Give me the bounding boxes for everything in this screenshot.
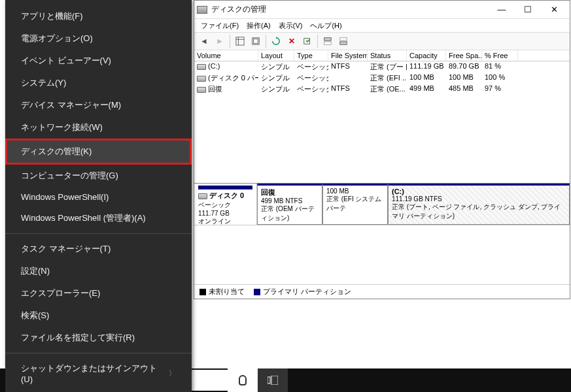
legend: 未割り当て プライマリ パーティション — [194, 284, 570, 299]
disk-management-window: ディスクの管理 — ☐ ✕ ファイル(F) 操作(A) 表示(V) ヘルプ(H)… — [194, 0, 570, 299]
winx-menu: アプリと機能(F)電源オプション(O)イベント ビューアー(V)システム(Y)デ… — [5, 0, 192, 392]
svg-rect-0 — [236, 37, 244, 45]
winx-item[interactable]: デバイス マネージャー(M) — [5, 94, 192, 116]
winx-item-label: Windows PowerShell (管理者)(A) — [21, 212, 146, 224]
winx-item[interactable]: シャットダウンまたはサインアウト(U)〉 — [5, 357, 192, 389]
winx-item[interactable]: ネットワーク接続(W) — [5, 116, 192, 139]
maximize-button[interactable]: ☐ — [515, 2, 541, 18]
col-type[interactable]: Type — [294, 50, 328, 61]
window-title: ディスクの管理 — [211, 4, 489, 15]
winx-item-label: ネットワーク接続(W) — [21, 122, 103, 133]
menubar: ファイル(F) 操作(A) 表示(V) ヘルプ(H) — [194, 19, 570, 32]
winx-item-label: イベント ビューアー(V) — [21, 55, 111, 67]
drive-icon — [197, 64, 206, 70]
winx-item[interactable]: デスクトップ(D) — [5, 389, 192, 392]
winx-item-label: 検索(S) — [21, 310, 49, 321]
winx-item[interactable]: イベント ビューアー(V) — [5, 50, 192, 72]
winx-item-label: ディスクの管理(K) — [21, 146, 92, 157]
menu-action[interactable]: 操作(A) — [244, 21, 273, 31]
toolbar-disk-bottom-icon[interactable] — [336, 34, 351, 48]
winx-item-label: 電源オプション(O) — [21, 33, 93, 44]
taskview-icon — [268, 376, 278, 385]
toolbar-settings-icon[interactable] — [300, 34, 315, 48]
volume-row[interactable]: (C:)シンプルベーシックNTFS正常 (ブート...111.19 GB89.7… — [194, 61, 570, 73]
volume-rows[interactable]: (C:)シンプルベーシックNTFS正常 (ブート...111.19 GB89.7… — [194, 61, 570, 183]
legend-unallocated: 未割り当て — [199, 287, 245, 297]
svg-rect-11 — [271, 376, 278, 385]
toolbar-disk-top-icon[interactable] — [320, 34, 335, 48]
winx-item[interactable]: Windows PowerShell(I) — [5, 187, 192, 207]
svg-rect-8 — [340, 38, 347, 41]
menu-file[interactable]: ファイル(F) — [198, 21, 241, 31]
winx-item-label: Windows PowerShell(I) — [21, 192, 109, 202]
svg-rect-6 — [324, 38, 332, 41]
partitions: 回復499 MB NTFS正常 (OEM パーティション)100 MB正常 (E… — [257, 184, 570, 225]
cortana-mic-button[interactable] — [228, 368, 258, 392]
drive-icon — [197, 87, 206, 93]
toolbar-views-icon[interactable] — [233, 34, 247, 48]
winx-item-label: シャットダウンまたはサインアウト(U) — [21, 363, 169, 384]
partition[interactable]: 100 MB正常 (EFI システム パーテ — [322, 184, 388, 225]
svg-rect-7 — [324, 42, 332, 44]
col-volume[interactable]: Volume — [194, 50, 258, 61]
disk-row[interactable]: ディスク 0 ベーシック 111.77 GB オンライン 回復499 MB NT… — [194, 184, 570, 225]
toolbar-reload-icon[interactable] — [269, 34, 283, 48]
col-percentfree[interactable]: % Free — [482, 50, 518, 61]
disk-graphical-view: ディスク 0 ベーシック 111.77 GB オンライン 回復499 MB NT… — [194, 183, 570, 299]
winx-item[interactable]: アプリと機能(F) — [5, 5, 192, 27]
winx-item[interactable]: 検索(S) — [5, 304, 192, 327]
winx-item-label: デバイス マネージャー(M) — [21, 99, 121, 111]
svg-rect-10 — [268, 377, 270, 384]
volume-row[interactable]: 回復シンプルベーシックNTFS正常 (OE...499 MB485 MB97 % — [194, 84, 570, 95]
back-button[interactable]: ◄ — [197, 34, 211, 48]
winx-item-label: ファイル名を指定して実行(R) — [21, 332, 135, 344]
winx-item[interactable]: 設定(N) — [5, 260, 192, 282]
col-filesystem[interactable]: File System — [328, 50, 368, 61]
winx-item-label: 設定(N) — [21, 265, 50, 277]
toolbar-refresh-icon[interactable] — [249, 34, 263, 48]
toolbar: ◄ ► ✕ — [194, 32, 570, 50]
disk-info[interactable]: ディスク 0 ベーシック 111.77 GB オンライン — [194, 184, 257, 225]
col-status[interactable]: Status — [368, 50, 407, 61]
chevron-right-icon: 〉 — [169, 368, 176, 378]
winx-item-label: タスク マネージャー(T) — [21, 243, 111, 255]
winx-item[interactable]: システム(Y) — [5, 72, 192, 94]
legend-primary: プライマリ パーティション — [254, 287, 351, 297]
forward-button[interactable]: ► — [213, 34, 227, 48]
close-button[interactable]: ✕ — [541, 2, 567, 18]
winx-item[interactable]: コンピューターの管理(G) — [5, 165, 192, 187]
winx-item[interactable]: Windows PowerShell (管理者)(A) — [5, 207, 192, 229]
winx-item-label: システム(Y) — [21, 77, 66, 89]
volume-list: Volume Layout Type File System Status Ca… — [194, 50, 570, 183]
winx-item-label: アプリと機能(F) — [21, 10, 83, 22]
winx-item[interactable]: エクスプローラー(E) — [5, 282, 192, 304]
svg-rect-9 — [340, 42, 347, 44]
partition[interactable]: 回復499 MB NTFS正常 (OEM パーティション) — [257, 184, 322, 225]
volume-row[interactable]: (ディスク 0 パーティシ...シンプルベーシック正常 (EFI ...100 … — [194, 73, 570, 84]
app-icon — [197, 6, 207, 14]
taskview-button[interactable] — [258, 368, 288, 392]
winx-item[interactable]: タスク マネージャー(T) — [5, 238, 192, 260]
winx-item-label: エクスプローラー(E) — [21, 287, 100, 299]
menu-help[interactable]: ヘルプ(H) — [307, 21, 344, 31]
winx-item[interactable]: ディスクの管理(K) — [5, 139, 192, 165]
graphical-blank[interactable] — [194, 225, 570, 284]
winx-item[interactable]: 電源オプション(O) — [5, 27, 192, 50]
titlebar[interactable]: ディスクの管理 — ☐ ✕ — [194, 1, 570, 19]
col-freespace[interactable]: Free Spa... — [446, 50, 482, 61]
mic-icon — [239, 375, 247, 385]
menu-view[interactable]: 表示(V) — [276, 21, 305, 31]
col-capacity[interactable]: Capacity — [407, 50, 446, 61]
drive-icon — [197, 76, 206, 82]
winx-item[interactable]: ファイル名を指定して実行(R) — [5, 327, 192, 349]
minimize-button[interactable]: — — [489, 2, 515, 18]
partition[interactable]: (C:)111.19 GB NTFS正常 (ブート, ページ ファイル, クラッ… — [388, 184, 570, 225]
winx-item-label: コンピューターの管理(G) — [21, 170, 118, 182]
volume-list-header[interactable]: Volume Layout Type File System Status Ca… — [194, 50, 570, 61]
svg-rect-4 — [254, 39, 258, 44]
col-layout[interactable]: Layout — [258, 50, 294, 61]
disk-icon — [198, 193, 207, 199]
toolbar-delete-icon[interactable]: ✕ — [285, 34, 299, 48]
